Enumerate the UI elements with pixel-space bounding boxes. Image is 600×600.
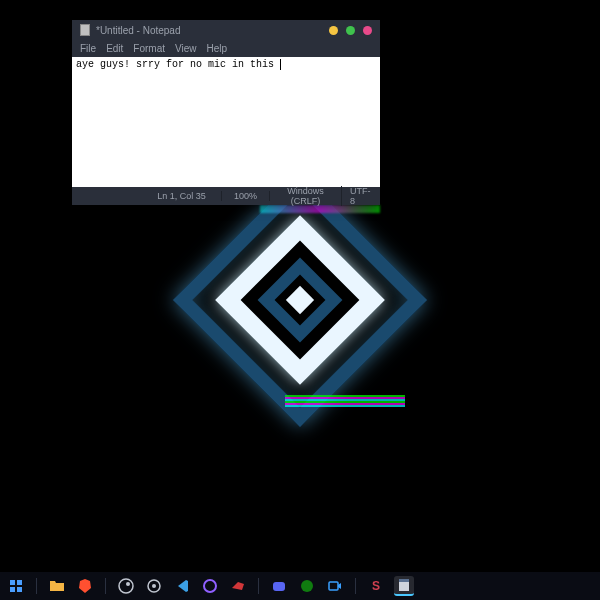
editor-content: aye guys! srry for no mic in this [76,59,280,70]
menu-edit[interactable]: Edit [106,43,123,54]
cursor-position: Ln 1, Col 35 [142,191,222,201]
titlebar[interactable]: *Untitled - Notepad [72,20,380,40]
notepad-icon [80,24,90,36]
notepad-window[interactable]: *Untitled - Notepad File Edit Format Vie… [72,20,380,205]
app-s-icon[interactable]: S [366,576,386,596]
close-button[interactable] [363,26,372,35]
svg-rect-0 [10,580,15,585]
taskbar-separator [36,578,37,594]
epic-games-icon[interactable] [144,576,164,596]
svg-point-8 [204,580,216,592]
svg-rect-9 [273,582,285,591]
svg-rect-1 [17,580,22,585]
taskbar-separator [355,578,356,594]
svg-rect-11 [329,582,338,590]
menu-file[interactable]: File [80,43,96,54]
menu-help[interactable]: Help [207,43,228,54]
xbox-icon[interactable] [297,576,317,596]
taskbar[interactable]: S [0,572,600,600]
discord-icon[interactable] [269,576,289,596]
svg-rect-2 [10,587,15,592]
start-button[interactable] [6,576,26,596]
minimize-button[interactable] [329,26,338,35]
svg-rect-3 [17,587,22,592]
window-title: *Untitled - Notepad [96,25,181,36]
app-purple-icon[interactable] [200,576,220,596]
statusbar: Ln 1, Col 35 100% Windows (CRLF) UTF-8 [72,187,380,205]
taskbar-separator [105,578,106,594]
svg-point-10 [301,580,313,592]
desktop-background: *Untitled - Notepad File Edit Format Vie… [0,0,600,600]
decorative-glitch [260,205,380,213]
taskbar-separator [258,578,259,594]
brave-browser-icon[interactable] [75,576,95,596]
line-ending: Windows (CRLF) [270,186,342,206]
menu-view[interactable]: View [175,43,197,54]
svg-point-5 [126,582,130,586]
zoom-level: 100% [222,191,270,201]
screen-recorder-icon[interactable] [325,576,345,596]
decorative-glitch [285,395,405,407]
notepad-taskbar-icon[interactable] [394,576,414,596]
steam-icon[interactable] [116,576,136,596]
file-explorer-icon[interactable] [47,576,67,596]
menubar: File Edit Format View Help [72,40,380,57]
vscode-icon[interactable] [172,576,192,596]
text-cursor [280,59,281,70]
maximize-button[interactable] [346,26,355,35]
svg-point-4 [119,579,133,593]
svg-point-7 [152,584,156,588]
menu-format[interactable]: Format [133,43,165,54]
svg-rect-13 [399,579,409,582]
encoding: UTF-8 [342,186,380,206]
text-editor[interactable]: aye guys! srry for no mic in this [72,57,380,187]
riot-games-icon[interactable] [228,576,248,596]
